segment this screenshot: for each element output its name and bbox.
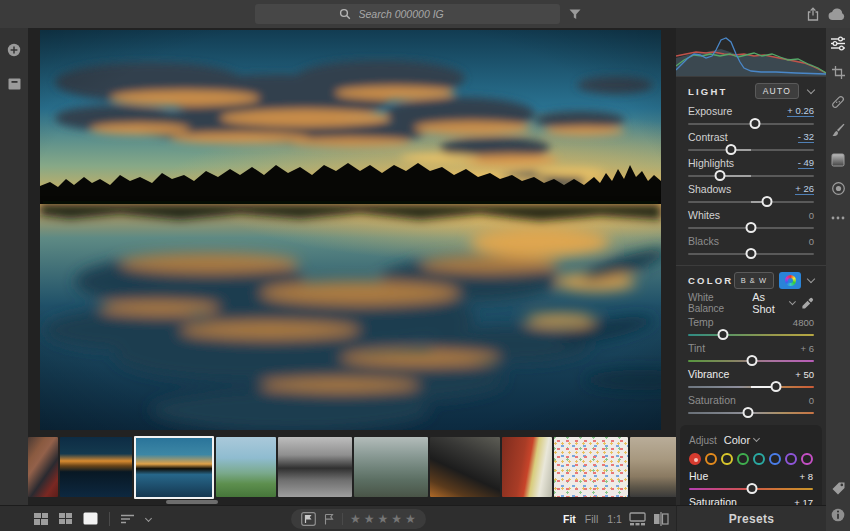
healing-brush-icon[interactable]	[830, 93, 847, 110]
adjust-mode-dropdown[interactable]: Color	[724, 434, 759, 446]
slider-knob[interactable]	[747, 483, 758, 494]
color-mode-button[interactable]	[779, 272, 801, 289]
wb-dropdown[interactable]: As Shot	[752, 291, 795, 315]
slider-knob[interactable]	[746, 248, 757, 259]
color-dot-2[interactable]	[721, 453, 733, 465]
star-icon[interactable]: ★	[405, 513, 416, 525]
presets-button[interactable]: Presets	[676, 505, 826, 531]
slider-hue[interactable]: Hue+ 8	[689, 470, 813, 496]
slider-knob[interactable]	[762, 196, 773, 207]
slider-vibrance[interactable]: Vibrance+ 50	[688, 368, 814, 394]
zoom-mode-fit[interactable]: Fit	[563, 513, 576, 525]
sort-chevron-icon[interactable]	[145, 515, 152, 522]
detail-view-icon[interactable]	[83, 512, 98, 525]
slider-exposure[interactable]: Exposure+ 0.26	[688, 105, 814, 131]
chevron-down-icon[interactable]	[807, 274, 815, 282]
slider-knob[interactable]	[725, 144, 736, 155]
main-photo[interactable]	[40, 30, 661, 430]
slider-saturation[interactable]: Saturation+ 17	[689, 496, 813, 505]
filmstrip-toggle-icon[interactable]	[629, 512, 646, 526]
slider-knob[interactable]	[714, 170, 725, 181]
slider-track[interactable]	[688, 406, 814, 420]
slider-label: Hue	[689, 470, 708, 482]
edit-sliders-icon[interactable]	[830, 35, 847, 52]
color-dot-0[interactable]	[689, 453, 701, 465]
thumbnail-lake-sunset-selected[interactable]	[134, 436, 214, 499]
slider-track[interactable]	[688, 143, 814, 157]
add-photos-icon[interactable]	[0, 36, 28, 64]
slider-knob[interactable]	[743, 407, 754, 418]
histogram[interactable]	[676, 28, 826, 76]
share-icon[interactable]	[804, 5, 822, 23]
color-dot-5[interactable]	[769, 453, 781, 465]
slider-tint[interactable]: Tint+ 6	[688, 342, 814, 368]
thumbnail-building-facade[interactable]	[630, 437, 676, 497]
slider-knob[interactable]	[718, 329, 729, 340]
slider-track[interactable]	[688, 117, 814, 131]
more-tools-icon[interactable]	[830, 209, 847, 226]
slider-track[interactable]	[688, 169, 814, 183]
thumbnail-photographer[interactable]	[28, 437, 58, 497]
zoom-mode-1:1[interactable]: 1:1	[607, 513, 622, 525]
thumbnail-red-booth[interactable]	[502, 437, 552, 497]
slider-track[interactable]	[688, 380, 814, 394]
slider-track[interactable]	[688, 247, 814, 261]
slider-knob[interactable]	[749, 118, 760, 129]
thumbnail-island-bw[interactable]	[278, 437, 352, 497]
slider-track[interactable]	[688, 195, 814, 209]
star-icon[interactable]: ★	[391, 513, 402, 525]
reject-flag-icon[interactable]	[323, 513, 335, 526]
radial-gradient-icon[interactable]	[830, 180, 847, 197]
slider-knob[interactable]	[771, 381, 782, 392]
star-icon[interactable]: ★	[378, 513, 389, 525]
cloud-sync-icon[interactable]	[827, 5, 847, 23]
star-icon[interactable]: ★	[364, 513, 375, 525]
slider-track[interactable]	[688, 328, 814, 342]
before-after-icon[interactable]	[653, 512, 669, 526]
color-dot-6[interactable]	[785, 453, 797, 465]
eyedropper-icon[interactable]	[801, 297, 814, 310]
divider	[676, 76, 826, 77]
slider-track[interactable]	[688, 221, 814, 235]
slider-blacks[interactable]: Blacks0	[688, 235, 814, 261]
star-icon[interactable]: ★	[350, 513, 361, 525]
info-icon[interactable]	[830, 506, 847, 523]
slider-whites[interactable]: Whites0	[688, 209, 814, 235]
slider-track[interactable]	[689, 482, 813, 496]
pick-flag-icon[interactable]	[301, 512, 316, 526]
slider-knob[interactable]	[747, 355, 758, 366]
color-dot-1[interactable]	[705, 453, 717, 465]
auto-button[interactable]: AUTO	[755, 83, 799, 99]
color-dot-3[interactable]	[737, 453, 749, 465]
collections-icon[interactable]	[0, 70, 28, 98]
keywords-tag-icon[interactable]	[830, 480, 847, 497]
linear-gradient-icon[interactable]	[830, 151, 847, 168]
slider-contrast[interactable]: Contrast- 32	[688, 131, 814, 157]
thumbnail-smoke[interactable]	[430, 437, 500, 497]
color-dot-7[interactable]	[801, 453, 813, 465]
thumbnail-sticky-notes[interactable]	[554, 437, 628, 497]
filmstrip-scrollbar[interactable]	[166, 500, 218, 504]
slider-highlights[interactable]: Highlights- 49	[688, 157, 814, 183]
search-box[interactable]	[255, 4, 560, 24]
zoom-mode-fill[interactable]: Fill	[585, 513, 598, 525]
slider-knob[interactable]	[746, 222, 757, 233]
color-dot-4[interactable]	[753, 453, 765, 465]
filter-icon[interactable]	[566, 6, 584, 22]
bw-button[interactable]: B & W	[734, 272, 774, 289]
slider-temp[interactable]: Temp4800	[688, 316, 814, 342]
slider-saturation[interactable]: Saturation0	[688, 394, 814, 420]
thumbnail-pontoon-boat[interactable]	[216, 437, 276, 497]
chevron-down-icon[interactable]	[807, 85, 815, 93]
grid-view-icon[interactable]	[34, 513, 48, 525]
thumbnail-lake-sunset-dark[interactable]	[60, 437, 132, 497]
slider-track[interactable]	[688, 354, 814, 368]
square-grid-view-icon[interactable]	[59, 513, 72, 525]
search-input[interactable]	[357, 7, 477, 21]
crop-icon[interactable]	[830, 64, 847, 81]
thumbnail-city-street[interactable]	[354, 437, 428, 497]
star-rating[interactable]: ★★★★★	[350, 513, 416, 525]
slider-shadows[interactable]: Shadows+ 26	[688, 183, 814, 209]
brush-icon[interactable]	[830, 122, 847, 139]
sort-icon[interactable]	[121, 514, 135, 524]
